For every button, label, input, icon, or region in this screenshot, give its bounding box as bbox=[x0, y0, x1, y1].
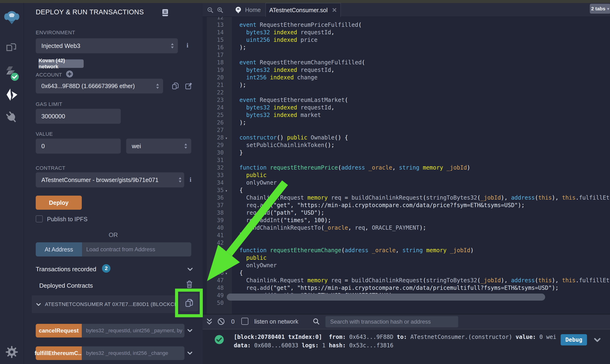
tab-active-file[interactable]: ATestnetConsumer.sol ✕ bbox=[265, 3, 341, 17]
terminal-log: [block:20780401 txIndex:0] from: 0x643..… bbox=[202, 329, 610, 364]
gas-limit-value: 3000000 bbox=[41, 113, 65, 120]
tabs-count-dropdown[interactable]: 2 tabs ▾ bbox=[590, 4, 610, 14]
deploy-button[interactable]: Deploy bbox=[36, 196, 82, 210]
tab-close-icon[interactable]: ✕ bbox=[332, 7, 337, 14]
deployed-contracts-label: Deployed Contracts bbox=[39, 282, 93, 289]
pending-tx-count: 0 bbox=[231, 318, 235, 325]
tab-home[interactable]: Home bbox=[235, 3, 261, 17]
listen-network-checkbox[interactable] bbox=[241, 318, 248, 325]
clear-deployed-trash-icon[interactable] bbox=[186, 280, 193, 289]
fn-cancelRequest-button[interactable]: cancelRequest bbox=[36, 324, 82, 338]
gas-limit-label: GAS LIMIT bbox=[36, 101, 62, 107]
stepper-icon bbox=[156, 83, 159, 89]
at-address-input[interactable]: Load contract from Address bbox=[82, 242, 191, 257]
account-value: 0x643...9F88D (1.666673996 ether) bbox=[41, 83, 135, 90]
remix-mini-logo-icon bbox=[235, 6, 242, 14]
stepper-icon bbox=[178, 177, 182, 183]
search-icon bbox=[313, 318, 320, 325]
contract-expand-chevron-icon[interactable] bbox=[36, 301, 42, 307]
contract-info-icon[interactable]: i bbox=[190, 176, 191, 183]
tx-expand-chevron-icon[interactable] bbox=[593, 336, 602, 344]
debug-button[interactable]: Debug bbox=[561, 334, 587, 345]
terminal-toolbar: 0 listen on network bbox=[202, 314, 610, 329]
value-input[interactable]: 0 bbox=[36, 139, 121, 154]
file-explorer-icon[interactable] bbox=[5, 41, 19, 55]
window-top-strip bbox=[0, 0, 610, 3]
fn-fulfillEthereumChange-expand-icon[interactable] bbox=[186, 350, 193, 356]
copy-account-icon[interactable] bbox=[172, 82, 180, 90]
contract-label: CONTRACT bbox=[36, 165, 65, 171]
terminal-expand-icon[interactable] bbox=[206, 318, 213, 325]
fn-cancelRequest-args-input[interactable]: bytes32 _requestId, uint256 _payment, by bbox=[82, 324, 185, 338]
plugin-manager-icon[interactable] bbox=[5, 111, 19, 124]
stepper-icon bbox=[171, 43, 174, 49]
settings-gear-icon[interactable] bbox=[5, 345, 18, 359]
value-label: VALUE bbox=[36, 131, 53, 137]
value-amount: 0 bbox=[41, 143, 45, 150]
transactions-count-badge: 2 bbox=[102, 264, 110, 273]
deployed-contract-title: ATESTNETCONSUMER AT 0X7E7...E80D1 (BLOCK… bbox=[45, 301, 187, 307]
account-select[interactable]: 0x643...9F88D (1.666673996 ether) bbox=[36, 79, 163, 93]
code-editor: Home ATestnetConsumer.sol ✕ 2 tabs ▾ 121… bbox=[202, 3, 610, 314]
environment-info-icon[interactable]: i bbox=[186, 42, 188, 49]
fn-fulfillEthereumChange-args-input[interactable]: bytes32 _requestId, int256 _change bbox=[82, 346, 185, 360]
code-lines: 1213 event RequestEthereumPriceFulfilled… bbox=[202, 17, 610, 314]
documentation-icon[interactable] bbox=[161, 9, 169, 17]
clear-console-ban-icon[interactable] bbox=[217, 317, 225, 325]
or-divider: OR bbox=[24, 231, 202, 239]
fn-cancelRequest-expand-icon[interactable] bbox=[186, 327, 193, 334]
publish-ipfs-checkbox[interactable] bbox=[36, 215, 43, 222]
gas-limit-input[interactable]: 3000000 bbox=[36, 109, 121, 124]
remix-logo-icon bbox=[4, 10, 19, 26]
terminal-search-input[interactable] bbox=[325, 316, 458, 327]
value-unit: wei bbox=[132, 143, 141, 150]
listen-network-label: listen on network bbox=[254, 318, 298, 325]
editor-tab-bar: Home ATestnetConsumer.sol ✕ 2 tabs ▾ bbox=[202, 3, 610, 17]
environment-select[interactable]: Injected Web3 bbox=[36, 38, 178, 53]
value-unit-select[interactable]: wei bbox=[126, 139, 191, 154]
remix-ide-window: DEPLOY & RUN TRANSACTIONS ENVIRONMENT In… bbox=[0, 0, 610, 364]
publish-ipfs-label: Publish to IPFS bbox=[47, 216, 87, 223]
panel-title: DEPLOY & RUN TRANSACTIONS bbox=[36, 8, 144, 16]
terminal-panel: 0 listen on network [block:20780401 txIn… bbox=[202, 314, 610, 364]
zoom-out-icon[interactable] bbox=[207, 7, 214, 14]
add-account-icon[interactable] bbox=[66, 70, 73, 78]
horizontal-scrollbar[interactable] bbox=[227, 294, 545, 300]
edit-account-icon[interactable] bbox=[185, 82, 193, 90]
tab-active-label: ATestnetConsumer.sol bbox=[269, 7, 328, 14]
transactions-chevron-icon[interactable] bbox=[186, 266, 194, 273]
fn-fulfillEthereumChange-button[interactable]: fulfillEthereumC... bbox=[36, 346, 82, 360]
network-badge: Kovan (42) network bbox=[39, 59, 84, 68]
deploy-and-run-icon[interactable] bbox=[5, 88, 19, 102]
at-address-button[interactable]: At Address bbox=[36, 242, 82, 257]
environment-label: ENVIRONMENT bbox=[36, 30, 75, 36]
contract-select[interactable]: ATestnetConsumer - browser/gists/9b71e07… bbox=[36, 172, 184, 187]
code-area[interactable]: 1213 event RequestEthereumPriceFulfilled… bbox=[202, 17, 610, 314]
tx-log-line-2[interactable]: data: 0x608...60033 logs: 1 hash: 0x53c.… bbox=[234, 342, 393, 349]
stepper-icon bbox=[184, 143, 187, 149]
copy-deployed-address-icon[interactable] bbox=[185, 298, 194, 308]
deployed-contract-item[interactable]: ATESTNETCONSUMER AT 0X7E7...E80D1 (BLOCK… bbox=[32, 295, 195, 313]
environment-value: Injected Web3 bbox=[41, 42, 80, 50]
contract-value: ATestnetConsumer - browser/gists/9b71e07… bbox=[41, 177, 158, 183]
tabs-count-label: 2 tabs bbox=[591, 6, 606, 12]
zoom-in-icon[interactable] bbox=[217, 7, 224, 14]
account-label: ACCOUNT bbox=[36, 72, 62, 78]
solidity-compiler-icon[interactable] bbox=[4, 65, 19, 81]
transactions-recorded-label: Transactions recorded bbox=[36, 266, 96, 273]
icon-sidebar bbox=[0, 3, 24, 364]
tx-success-check-icon bbox=[214, 335, 224, 345]
annotation-highlight-box bbox=[175, 289, 203, 317]
tab-home-label: Home bbox=[245, 7, 261, 13]
dropdown-triangle-icon: ▾ bbox=[607, 7, 609, 11]
tx-log-line-1[interactable]: [block:20780401 txIndex:0] from: 0x643..… bbox=[234, 334, 557, 340]
